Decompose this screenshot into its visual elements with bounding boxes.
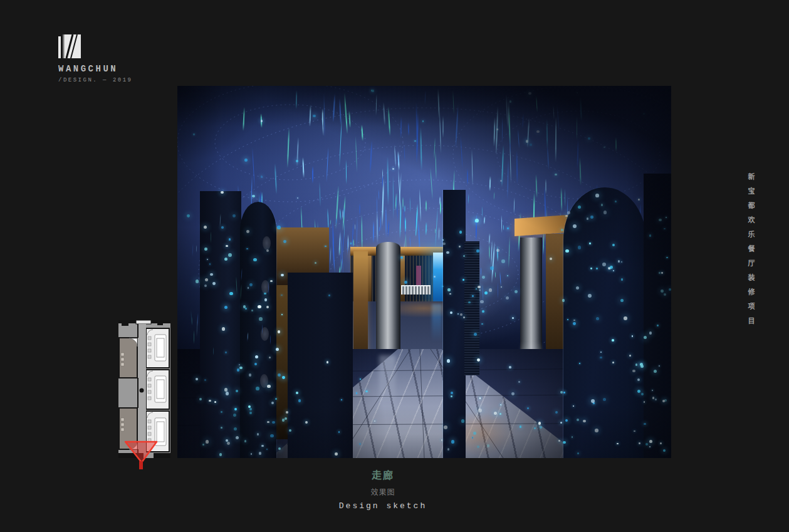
brand-tagline: /DESIGN. — 2019 (58, 77, 133, 83)
brand-name: WANGCHUN (58, 64, 133, 74)
starlight-dots (177, 86, 671, 458)
camera-view-marker (122, 439, 160, 471)
presentation-slide: { "page": { "background_color": "#171717… (0, 0, 789, 532)
brand-logo: WANGCHUN /DESIGN. — 2019 (58, 34, 133, 83)
project-title-vertical: 新宝都欢乐餐厅装修项目 (742, 173, 756, 361)
room-name: 走廊 (339, 467, 427, 482)
logo-mark-icon (58, 34, 81, 60)
caption-type-en: Design sketch (339, 501, 427, 511)
image-caption: 走廊 效果图 Design sketch (339, 467, 427, 511)
caption-type-cn: 效果图 (339, 486, 427, 497)
render-image (177, 86, 671, 458)
floor-plan-thumbnail (118, 320, 170, 458)
